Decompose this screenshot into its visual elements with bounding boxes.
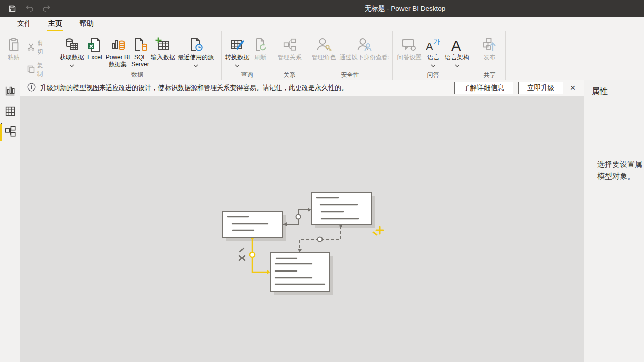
undo-icon[interactable] [24, 4, 34, 14]
svg-text:A: A [426, 40, 433, 53]
view-switcher-rail [0, 80, 20, 362]
linguistic-schema-button[interactable]: A语言架构 [443, 33, 471, 69]
learn-more-button[interactable]: 了解详细信息 [454, 82, 513, 94]
ribbon-group: 获取数据 Excel Power BI数据集 SQLServer 输入数据 最近… [53, 31, 222, 80]
titlebar: 无标题 - Power BI Desktop [0, 0, 644, 17]
quick-access-toolbar [7, 0, 51, 17]
properties-hint-line1: 选择要设置属 [597, 158, 642, 170]
save-icon[interactable] [7, 4, 17, 14]
chevron-down-icon [235, 62, 240, 69]
ribbon-tab-row: 文件 主页 帮助 [0, 17, 644, 31]
ribbon-group-label: 问答 [393, 71, 473, 80]
properties-title: 属性 [592, 86, 608, 97]
close-icon[interactable]: × [567, 82, 579, 94]
data-view-icon [4, 105, 17, 120]
manage-relationships-button[interactable]: 管理关系 [275, 33, 304, 61]
publish-icon [481, 36, 498, 54]
button-label: 问答设置 [397, 54, 421, 61]
ribbon-group-label: 查询 [222, 71, 272, 80]
sidebar-item-model-view[interactable] [0, 122, 20, 142]
button-label: 管理角色 [312, 54, 336, 61]
qa-setup-icon [401, 36, 417, 54]
model-view-icon [4, 125, 17, 140]
center-column: 升级到新的模型视图来适应改进的设计，使标识数据源和管理关系变得容易。请记住，此更… [20, 80, 584, 362]
report-view-icon [4, 84, 17, 100]
button-label: 粘贴 [8, 54, 20, 61]
powerbi-desktop-window: 无标题 - Power BI Desktop 文件 主页 帮助 粘贴 剪切 复制… [0, 0, 644, 362]
refresh-icon [253, 36, 268, 54]
qa-setup-button[interactable]: 问答设置 [395, 33, 424, 61]
recent-sources-icon [188, 36, 204, 54]
tab-file[interactable]: 文件 [12, 17, 36, 31]
refresh-button[interactable]: 刷新 [251, 33, 270, 61]
excel-button[interactable]: Excel [85, 33, 105, 61]
paste-button[interactable]: 粘贴 [2, 33, 25, 61]
ribbon-group-label: 安全性 [307, 71, 392, 80]
button-label: 刷新 [254, 54, 266, 61]
sidebar-item-report-view[interactable] [0, 82, 20, 102]
button-label: SQL [134, 54, 146, 61]
language-button[interactable]: A 가语言 [424, 33, 443, 69]
button-label: Excel [87, 54, 102, 61]
button-label: 剪切 [37, 39, 49, 56]
properties-panel: 属性 选择要设置属 模型对象。 [584, 80, 644, 362]
language-icon: A 가 [425, 36, 441, 54]
get-data-button[interactable]: 获取数据 [59, 33, 85, 69]
ribbon-group: 转换数据 刷新查询 [222, 31, 272, 80]
publish-button[interactable]: 发布 [479, 33, 500, 61]
manage-roles-button[interactable]: 管理角色 [309, 33, 339, 61]
powerbi-dataset-button[interactable]: Power BI数据集 [105, 33, 131, 68]
excel-icon [87, 36, 103, 54]
upgrade-now-button[interactable]: 立即升级 [518, 82, 564, 94]
cut-button[interactable]: 剪切 [25, 38, 51, 57]
enter-data-icon [155, 36, 171, 54]
cut-icon [27, 43, 35, 52]
ribbon-group-label: 关系 [272, 71, 307, 80]
copy-button[interactable]: 复制 [25, 60, 51, 79]
properties-hint-line2: 模型对象。 [597, 170, 642, 183]
sidebar-item-data-view[interactable] [0, 102, 20, 122]
recent-sources-button[interactable]: 最近使用的源 [176, 33, 215, 69]
button-label: 转换数据 [225, 54, 250, 61]
svg-text:가: 가 [433, 38, 440, 45]
upgrade-notification-bar: 升级到新的模型视图来适应改进的设计，使标识数据源和管理关系变得容易。请记住，此更… [20, 80, 584, 96]
transform-data-button[interactable]: 转换数据 [224, 33, 251, 69]
svg-text:A: A [451, 38, 461, 53]
ribbon-group: 管理关系关系 [272, 31, 307, 80]
ribbon-group: 发布共享 [473, 31, 506, 80]
button-label: 最近使用的源 [178, 54, 214, 61]
notification-message: 升级到新的模型视图来适应改进的设计，使标识数据源和管理关系变得容易。请记住，此更… [40, 83, 449, 93]
view-as-button[interactable]: 通过以下身份查看: [339, 33, 390, 61]
tab-home[interactable]: 主页 [43, 17, 67, 31]
manage-relationships-icon [282, 36, 297, 54]
button-label: Server [131, 61, 149, 68]
info-icon [27, 83, 36, 94]
model-empty-state-illustration [20, 96, 584, 361]
button-label: 语言 [427, 54, 439, 61]
button-label: Power BI [106, 54, 130, 61]
tab-help[interactable]: 帮助 [74, 17, 99, 31]
chevron-down-icon [193, 62, 198, 69]
linguistic-schema-icon: A [449, 36, 465, 54]
manage-roles-icon [316, 36, 332, 54]
chevron-down-icon [455, 62, 460, 69]
powerbi-dataset-icon [110, 36, 126, 54]
chevron-down-icon [69, 62, 74, 69]
button-label: 通过以下身份查看: [340, 54, 389, 61]
redo-icon[interactable] [41, 4, 51, 14]
sql-server-button[interactable]: SQLServer [131, 33, 150, 68]
properties-hint: 选择要设置属 模型对象。 [597, 158, 642, 183]
get-data-icon [64, 36, 80, 54]
small-button-column: 剪切 复制 [25, 33, 51, 79]
enter-data-button[interactable]: 输入数据 [150, 33, 176, 61]
content-area: 升级到新的模型视图来适应改进的设计，使标识数据源和管理关系变得容易。请记住，此更… [0, 80, 644, 362]
model-view-canvas[interactable] [20, 96, 584, 362]
ribbon-group-label: 共享 [473, 71, 505, 80]
paste-icon [6, 36, 21, 54]
copy-icon [27, 65, 35, 74]
sql-server-icon [132, 36, 148, 54]
transform-data-icon [229, 36, 246, 54]
ribbon-group: 粘贴 剪切 复制剪贴板 [0, 31, 53, 80]
button-label: 获取数据 [60, 54, 84, 61]
button-label: 语言架构 [445, 54, 469, 61]
